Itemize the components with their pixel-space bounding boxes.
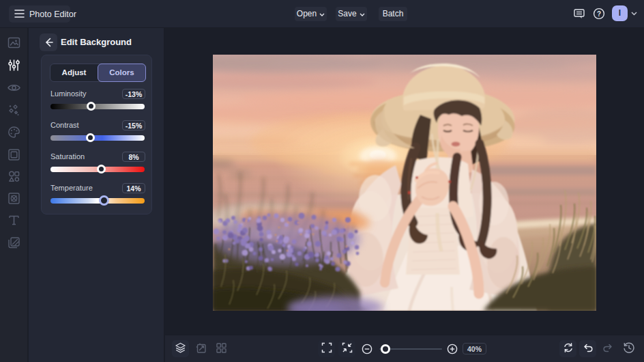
- svg-text:?: ?: [597, 10, 601, 18]
